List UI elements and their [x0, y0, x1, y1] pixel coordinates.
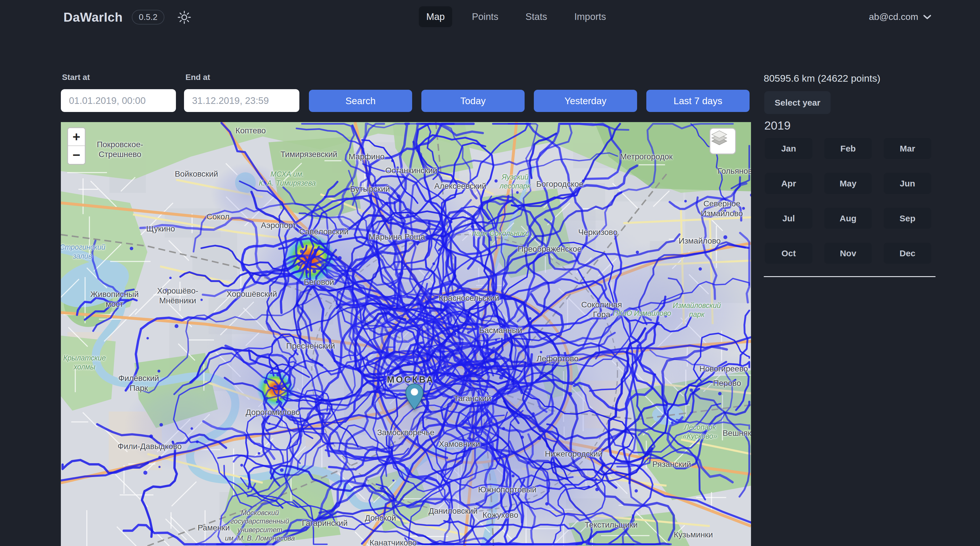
month-button-dec[interactable]: Dec [884, 243, 931, 264]
user-menu[interactable]: ab@cd.com [869, 11, 932, 22]
month-button-oct[interactable]: Oct [765, 243, 813, 264]
location-marker-icon[interactable] [405, 383, 424, 410]
start-at-label: Start at [62, 73, 90, 82]
version-badge: 0.5.2 [132, 10, 164, 24]
month-button-jul[interactable]: Jul [765, 208, 813, 229]
month-button-aug[interactable]: Aug [824, 208, 872, 229]
month-button-apr[interactable]: Apr [765, 173, 813, 194]
sidebar-divider [764, 276, 935, 277]
distance-stats: 80595.6 km (24622 points) [764, 73, 880, 84]
nav-item-map[interactable]: Map [419, 6, 452, 27]
app-logo: DaWarIch [64, 10, 123, 24]
search-button[interactable]: Search [309, 90, 412, 112]
zoom-in-button[interactable]: + [68, 128, 85, 146]
month-button-may[interactable]: May [824, 173, 872, 194]
brand: DaWarIch 0.5.2 [64, 10, 191, 24]
select-year-button[interactable]: Select year [764, 91, 830, 114]
main-nav: MapPointsStatsImports [419, 6, 613, 27]
theme-toggle-button[interactable] [178, 11, 191, 24]
year-heading: 2019 [764, 119, 791, 133]
start-date-input[interactable] [61, 89, 176, 112]
map[interactable]: КоптевоПокровское- СтрешневоТимирязевски… [61, 122, 751, 546]
month-button-jan[interactable]: Jan [765, 138, 813, 159]
month-button-sep[interactable]: Sep [884, 208, 931, 229]
last-7-days-button[interactable]: Last 7 days [646, 90, 749, 112]
end-at-label: End at [185, 73, 210, 82]
nav-item-imports[interactable]: Imports [567, 6, 613, 27]
nav-item-points[interactable]: Points [465, 6, 506, 27]
month-button-jun[interactable]: Jun [884, 173, 931, 194]
months-grid: JanFebMarAprMayJunJulAugSepOctNovDec [765, 138, 931, 264]
navbar: DaWarIch 0.5.2 MapPointsStatsImports ab@… [0, 0, 980, 35]
map-layers-button[interactable] [710, 128, 736, 154]
zoom-out-button[interactable]: − [68, 146, 85, 164]
map-zoom-control: + − [67, 127, 86, 165]
layers-icon [710, 129, 728, 147]
month-button-feb[interactable]: Feb [824, 138, 872, 159]
month-button-mar[interactable]: Mar [884, 138, 931, 159]
end-date-input[interactable] [184, 89, 299, 112]
nav-item-stats[interactable]: Stats [518, 6, 555, 27]
chevron-down-icon [923, 14, 932, 20]
yesterday-button[interactable]: Yesterday [534, 90, 637, 112]
sun-icon [178, 11, 191, 24]
month-button-nov[interactable]: Nov [824, 243, 872, 264]
today-button[interactable]: Today [422, 90, 525, 112]
user-email: ab@cd.com [869, 11, 918, 22]
